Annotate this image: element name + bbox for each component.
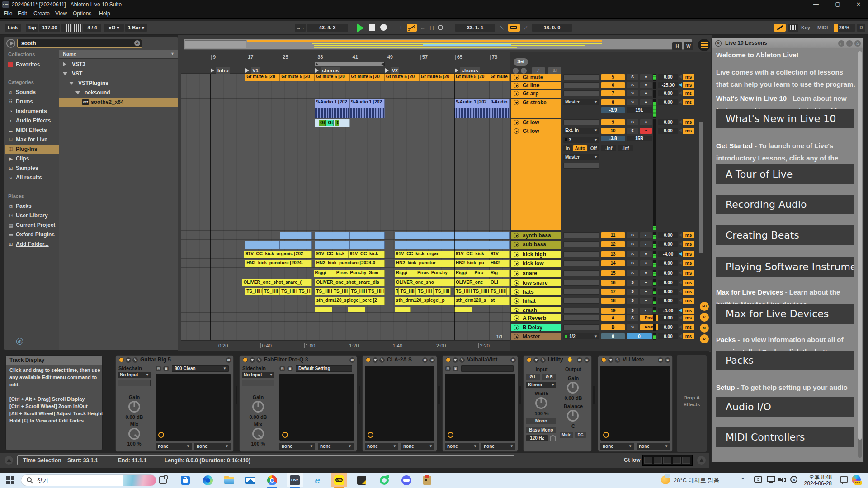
clip[interactable]: Gt mute 5 [20 — [350, 74, 385, 81]
play-button[interactable] — [357, 23, 364, 33]
track-header-hats[interactable]: hats — [511, 288, 561, 295]
track-lane-16[interactable] — [181, 324, 510, 331]
plugin-folder-icon[interactable]: ▤ — [445, 366, 451, 371]
browser-forward-icon[interactable] — [6, 39, 15, 48]
track-fold-icon[interactable] — [514, 308, 519, 314]
track-header-gt-low[interactable]: Gt low — [511, 119, 561, 127]
minimize-button[interactable]: — — [809, 1, 823, 7]
track-number[interactable]: 18 — [601, 298, 625, 304]
prev-locator-button[interactable]: ← — [513, 68, 519, 74]
monitor-off[interactable]: Off — [588, 145, 599, 151]
track-fold-icon[interactable] — [514, 242, 519, 247]
sidechain-input[interactable]: No Input▼ — [242, 372, 274, 378]
track-header-snare[interactable]: snare — [511, 270, 561, 277]
kakaotalk-icon[interactable]: TALK — [334, 475, 344, 486]
track-header-hihat[interactable]: hihat — [511, 297, 561, 305]
search-clear-icon[interactable]: ✕ — [134, 40, 140, 46]
expanded-arrow-icon[interactable] — [63, 72, 67, 75]
device-hotswap-icon[interactable]: ⇄ — [510, 357, 516, 363]
vertical-scrollbar[interactable] — [699, 122, 703, 253]
monitor-button[interactable]: ● — [640, 99, 652, 105]
punch-out-button[interactable]: ⟋ — [521, 24, 530, 32]
mix-knob[interactable] — [252, 428, 264, 440]
solo-button[interactable]: S — [627, 232, 638, 238]
browser-name-header[interactable]: Name▼ — [59, 50, 179, 59]
plugin-map-none-2[interactable]: none▼ — [194, 443, 231, 450]
chrome-icon[interactable] — [267, 475, 278, 486]
optimize-width-button[interactable]: W — [684, 42, 693, 50]
follow-button[interactable]: →‥ — [295, 24, 306, 32]
clip[interactable]: Gt — [319, 120, 326, 126]
device-separator[interactable] — [438, 386, 440, 404]
plugin-folder-icon[interactable]: ▤ — [156, 366, 161, 371]
solo-button[interactable]: S — [627, 90, 638, 96]
link-button[interactable]: Link — [5, 24, 21, 32]
plugin-map-none-1[interactable]: none▼ — [156, 443, 192, 450]
clip[interactable]: OLI — [489, 279, 510, 286]
status-expand-icon[interactable] — [697, 456, 706, 465]
loop-start-field[interactable]: 33. 1. 1 — [455, 24, 495, 32]
next-locator-button[interactable]: → — [521, 68, 527, 74]
menu-help[interactable]: Help — [99, 10, 110, 17]
sidebar-item-samples[interactable]: ⊡Samples — [5, 164, 60, 173]
ms-button[interactable]: ms — [683, 82, 694, 88]
plugin-save-icon[interactable]: ▣ — [453, 366, 458, 371]
mail-icon[interactable] — [245, 475, 256, 486]
track-number[interactable]: 8 — [601, 99, 625, 105]
track-input[interactable] — [563, 82, 599, 88]
sidebar-item-oxford-plugins[interactable]: ▭Oxford Plugins — [5, 230, 60, 239]
track-gain[interactable]: -3.9 — [601, 107, 625, 113]
loop-button[interactable] — [508, 24, 520, 32]
device-on-led[interactable] — [119, 357, 124, 362]
clip[interactable]: 9-Audio 1 — [489, 99, 510, 118]
clip[interactable]: OLIVER_one_shot_snare_dis — [315, 279, 384, 286]
clip[interactable]: Rig — [489, 270, 510, 277]
plugin-edit-icon[interactable] — [448, 432, 453, 438]
edge-icon[interactable] — [203, 475, 213, 486]
clip[interactable] — [350, 241, 385, 249]
bass-freq-field[interactable]: 120 Hz — [526, 435, 548, 441]
plugin-map-none-1[interactable]: none▼ — [445, 443, 479, 450]
sidebar-item-current-project[interactable]: ▤Current Project — [5, 221, 60, 230]
track-lane-1[interactable] — [181, 82, 510, 89]
clip[interactable] — [245, 241, 280, 249]
discord-icon[interactable] — [401, 475, 412, 486]
clip[interactable]: HN2 — [489, 260, 510, 267]
set-button[interactable]: Set — [514, 58, 528, 66]
volume-field[interactable]: 0.00 — [658, 270, 678, 276]
groove-selector[interactable]: ●O ▾ — [104, 24, 124, 32]
clip[interactable]: TS_HIH — [434, 288, 451, 295]
plugin-save-icon[interactable]: ▣ — [287, 366, 293, 371]
ms-button[interactable]: ms — [683, 324, 694, 330]
plugin-map-none-2[interactable]: none▼ — [637, 443, 670, 450]
track-input[interactable] — [563, 251, 599, 257]
arrangement-menu-icon[interactable] — [698, 39, 710, 51]
track-input[interactable] — [563, 280, 599, 286]
solo-button[interactable]: S — [627, 298, 638, 304]
lock-envelopes-button[interactable]: ⚿ — [548, 67, 561, 74]
clip[interactable] — [280, 241, 311, 249]
tree-item-soothe2_x64[interactable]: VSTsoothe2_x64 — [59, 98, 179, 107]
track-input[interactable] — [563, 289, 599, 295]
clip[interactable]: sth_drm120_s — [454, 297, 489, 305]
device-fold-icon[interactable] — [533, 357, 539, 363]
menu-create[interactable]: Create — [33, 10, 50, 17]
sidebar-item-sounds[interactable]: ♬Sounds — [5, 88, 60, 97]
monitor-button[interactable]: ● — [640, 90, 652, 96]
key-map-button[interactable]: Key — [801, 24, 810, 32]
device-fold-icon[interactable] — [126, 357, 131, 363]
track-number[interactable]: 15 — [601, 270, 625, 276]
clip[interactable]: Gt mute 5 [20 — [315, 74, 349, 81]
phase-right-button[interactable]: Ø R — [542, 374, 556, 380]
ms-button[interactable]: ms — [683, 298, 694, 304]
ms-button[interactable]: ms — [683, 99, 694, 105]
track-input[interactable] — [563, 315, 599, 321]
clip[interactable] — [395, 241, 454, 249]
link-markers-button[interactable]: ⁄ — [532, 67, 545, 74]
device-on-led[interactable] — [601, 357, 606, 362]
device-on-led[interactable] — [446, 357, 451, 362]
arrangement-position-field[interactable]: 43. 4. 3 — [307, 24, 348, 32]
sidebar-item-plug-ins[interactable]: ⎅Plug-Ins — [5, 145, 60, 154]
device-fold-icon[interactable] — [250, 357, 255, 363]
solo-button[interactable]: S — [627, 260, 638, 266]
